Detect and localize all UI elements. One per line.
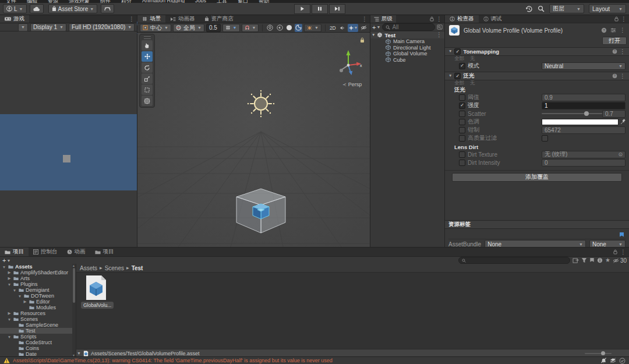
threshold-field[interactable]: 0.9	[542, 94, 626, 101]
version-control-button[interactable]	[101, 4, 114, 13]
tab-animation[interactable]: 动画	[62, 248, 90, 256]
move-tool-button[interactable]	[142, 51, 153, 62]
effects-visibility-dropdown[interactable]: ▼	[348, 24, 358, 32]
tree-expand-icon[interactable]: ▼	[12, 288, 17, 292]
hierarchy-create-button[interactable]: +▼	[372, 24, 380, 31]
pivot-dropdown[interactable]: 中心▼	[140, 24, 171, 32]
help-icon[interactable]: ?	[612, 49, 617, 54]
project-tree-item-resources[interactable]: ▶Resources	[0, 310, 72, 316]
tab-console[interactable]: 控制台	[29, 248, 62, 256]
hierarchy-item-main-camera[interactable]: Main Camera	[370, 38, 444, 45]
intensity-field[interactable]: 1	[542, 102, 626, 109]
project-tree-item-demigiant[interactable]: ▼Demigiant	[0, 287, 72, 293]
search-save-icon[interactable]	[437, 24, 443, 30]
undo-history-icon[interactable]	[525, 5, 533, 13]
collapse-icon[interactable]: ▼	[77, 351, 81, 355]
space-dropdown[interactable]: 全局▼	[173, 24, 204, 32]
breadcrumb-test[interactable]: Test	[132, 265, 143, 271]
project-create-button[interactable]: +▼	[2, 257, 10, 264]
project-tree-item-arts[interactable]: ▶Arts	[0, 275, 72, 281]
tonemapping-kebab-icon[interactable]: ⋮	[620, 49, 626, 55]
orientation-gizmo[interactable]: x	[334, 48, 365, 77]
scene-lighting-toggle[interactable]	[266, 24, 274, 32]
asset-store-button[interactable]: Asset Store▼	[48, 4, 98, 13]
scatter-slider[interactable]	[542, 113, 602, 114]
hidden-objects-toggle[interactable]	[360, 24, 367, 32]
project-tree-item-scripts[interactable]: ▼Scripts	[0, 334, 72, 340]
help-icon[interactable]: ?	[601, 27, 607, 33]
tree-expand-icon[interactable]: ▶	[7, 270, 12, 275]
project-tree-item-codestruct[interactable]: CodeStruct	[0, 340, 72, 345]
grid-visibility-button[interactable]: ▼	[222, 24, 240, 32]
audio-mute-toggle[interactable]	[338, 24, 346, 32]
project-tree-item-modules[interactable]: Modules	[0, 305, 72, 310]
tree-expand-icon[interactable]: ▼	[2, 265, 6, 269]
tint-override-checkbox[interactable]	[459, 119, 465, 125]
pause-button[interactable]	[312, 4, 328, 14]
filter-by-type-icon[interactable]	[581, 257, 587, 263]
project-lock-icon[interactable]	[613, 249, 617, 255]
hqf-override-checkbox[interactable]	[459, 135, 465, 142]
clamp-field[interactable]: 65472	[542, 126, 626, 134]
scene-menu-kebab-icon[interactable]: ⋮	[362, 16, 367, 22]
bloom-kebab-icon[interactable]: ⋮	[620, 73, 626, 79]
tree-expand-icon[interactable]: ▼	[7, 335, 12, 339]
game-display-dropdown[interactable]: Display 1▼	[30, 23, 66, 31]
directional-light-gizmo[interactable]	[246, 89, 276, 119]
object-picker-icon[interactable]: ⊙	[618, 151, 623, 157]
scene-debug-dropdown[interactable]: ▼	[304, 24, 321, 32]
help-icon[interactable]: ?	[612, 73, 617, 79]
tab-game[interactable]: 游戏	[0, 15, 29, 23]
threshold-override-checkbox[interactable]	[459, 94, 465, 101]
project-tree-item-plugins[interactable]: ▼Plugins	[0, 281, 72, 287]
scene-skybox-toggle[interactable]	[295, 24, 302, 32]
project-search-input[interactable]	[458, 257, 570, 264]
add-override-button[interactable]: 添加覆盖	[452, 173, 622, 182]
favorites-star-icon[interactable]: ★	[605, 257, 610, 263]
filter-by-label-icon[interactable]	[589, 257, 595, 263]
inspector-header-kebab-icon[interactable]: ⋮	[620, 27, 626, 33]
hqf-value-checkbox[interactable]	[542, 135, 548, 142]
snap-toggle-button[interactable]: ▼	[242, 24, 259, 32]
asset-labels-header[interactable]: 资源标签	[445, 220, 629, 229]
hierarchy-item-global-volume[interactable]: Global Volume	[370, 51, 444, 57]
projection-indicator[interactable]: ≺ Persp	[342, 82, 362, 87]
thumbnail-size-slider[interactable]	[585, 353, 612, 354]
tree-expand-icon[interactable]: ▶	[7, 276, 12, 281]
game-viewport[interactable]	[0, 31, 137, 247]
tab-animator[interactable]: 动画器	[165, 15, 200, 23]
account-button[interactable]: L▼	[3, 4, 27, 13]
info-icon[interactable]	[597, 257, 603, 263]
breadcrumb-assets[interactable]: Assets	[80, 265, 97, 271]
dirt-intensity-field[interactable]: 0	[542, 159, 626, 167]
rect-tool-button[interactable]	[142, 84, 153, 95]
tab-asset-store[interactable]: 资产商店	[200, 15, 238, 23]
project-tree-item-amplifyshadereditor[interactable]: ▶AmplifyShaderEditor	[0, 270, 72, 275]
asset-item-globalvolumeprofile[interactable]: GlobalVolu...	[81, 275, 111, 309]
scatter-slider-handle[interactable]	[584, 111, 589, 116]
cloud-button[interactable]	[30, 4, 44, 13]
tab-project[interactable]: 项目	[0, 248, 29, 256]
project-tree-item-scenes[interactable]: ▼Scenes	[0, 316, 72, 322]
hierarchy-scene-row[interactable]: ▼ Test ⋮	[370, 31, 444, 38]
tree-expand-icon[interactable]: ▼	[7, 282, 12, 287]
play-button[interactable]	[294, 4, 310, 14]
game-aspect-dropdown[interactable]: ▼	[18, 23, 28, 31]
hierarchy-item-directional-light[interactable]: Directional Light	[370, 45, 444, 51]
hierarchy-kebab-icon[interactable]: ⋮	[436, 16, 442, 22]
project-tree-item-editor[interactable]: ▶Editor	[0, 299, 72, 305]
project-tree-item-coins[interactable]: Coins	[0, 345, 72, 351]
notifications-muted-icon[interactable]	[600, 358, 607, 363]
game-menu-kebab-icon[interactable]: ⋮	[129, 16, 135, 22]
overlay-drag-handle[interactable]	[144, 36, 151, 39]
asset-labels-tag-icon[interactable]	[619, 232, 624, 238]
presets-icon[interactable]	[610, 27, 616, 33]
cache-layers-icon[interactable]	[610, 358, 616, 363]
tonemapping-header[interactable]: ▼ ✓ Tonemapping ? ⋮	[445, 47, 629, 56]
bloom-header[interactable]: ▼ ✓ 泛光 ? ⋮	[445, 72, 629, 80]
dirt-texture-override-checkbox[interactable]	[459, 151, 465, 158]
tree-expand-icon[interactable]: ▼	[7, 317, 12, 321]
tree-expand-icon[interactable]: ▼	[17, 294, 22, 298]
eyedropper-icon[interactable]	[620, 119, 626, 125]
dirt-intensity-override-checkbox[interactable]	[459, 160, 465, 166]
